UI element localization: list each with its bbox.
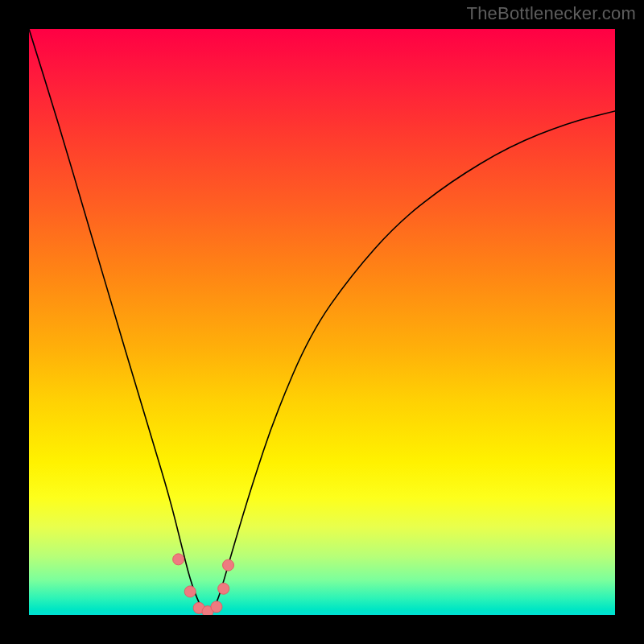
curve-layer (29, 29, 615, 615)
curve-marker (218, 583, 229, 594)
curve-markers (173, 554, 234, 615)
curve-marker (173, 554, 184, 565)
chart-frame: TheBottlenecker.com (0, 0, 644, 644)
watermark-text: TheBottlenecker.com (467, 3, 636, 24)
curve-marker (223, 559, 234, 571)
curve-marker (184, 586, 196, 597)
bottleneck-curve (29, 29, 615, 612)
curve-marker (211, 601, 222, 613)
plot-area (29, 29, 615, 615)
